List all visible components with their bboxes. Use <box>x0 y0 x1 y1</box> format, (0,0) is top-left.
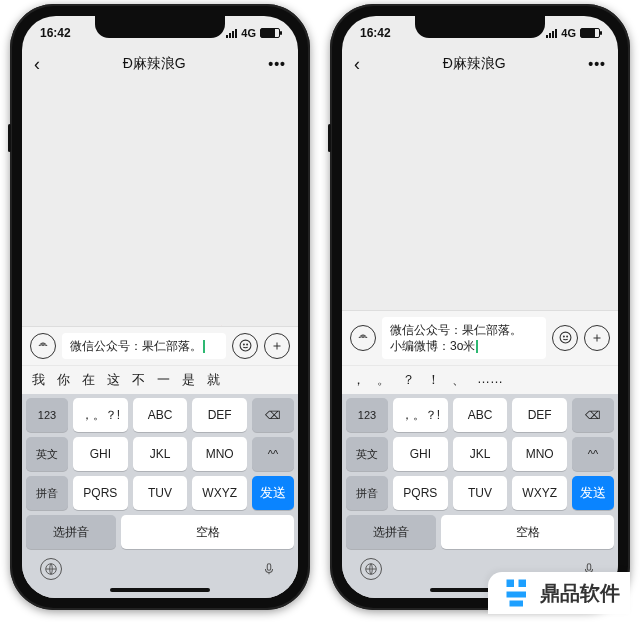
candidate[interactable]: …… <box>477 371 503 389</box>
key-def[interactable]: DEF <box>512 398 567 432</box>
notch <box>415 16 545 38</box>
key-space[interactable]: 空格 <box>121 515 294 549</box>
back-button[interactable]: ‹ <box>34 54 40 75</box>
nav-bar: ‹ Ð麻辣浪G ••• <box>342 46 618 82</box>
key-ghi[interactable]: GHI <box>393 437 448 471</box>
key-wxyz[interactable]: WXYZ <box>512 476 567 510</box>
voice-icon[interactable] <box>30 333 56 359</box>
svg-rect-18 <box>507 592 527 598</box>
key-123[interactable]: 123 <box>346 398 388 432</box>
candidate[interactable]: ？ <box>402 371 415 389</box>
more-button[interactable]: ••• <box>268 56 286 72</box>
backspace-icon[interactable]: ⌫ <box>252 398 294 432</box>
key-pqrs[interactable]: PQRS <box>393 476 448 510</box>
candidate[interactable]: 在 <box>82 371 95 389</box>
phone-left: 16:42 4G ‹ Ð麻辣浪G ••• <box>10 4 310 610</box>
key-ghi[interactable]: GHI <box>73 437 128 471</box>
key-wxyz[interactable]: WXYZ <box>192 476 247 510</box>
input-text-line1: 微信公众号：果仁部落。 <box>390 322 538 338</box>
plus-icon[interactable] <box>264 333 290 359</box>
key-tuv[interactable]: TUV <box>133 476 188 510</box>
back-button[interactable]: ‹ <box>354 54 360 75</box>
message-input[interactable]: 微信公众号：果仁部落。 <box>62 333 226 359</box>
key-face[interactable]: ^^ <box>572 437 614 471</box>
svg-point-2 <box>243 344 244 345</box>
emoji-icon[interactable] <box>552 325 578 351</box>
key-jkl[interactable]: JKL <box>453 437 508 471</box>
watermark: 鼎品软件 <box>488 572 630 614</box>
signal-icon <box>226 29 237 38</box>
candidate[interactable]: 一 <box>157 371 170 389</box>
candidate[interactable]: ！ <box>427 371 440 389</box>
compose-bar: 微信公众号：果仁部落。 <box>22 326 298 365</box>
key-eng[interactable]: 英文 <box>26 437 68 471</box>
candidate[interactable]: 、 <box>452 371 465 389</box>
candidate[interactable]: 这 <box>107 371 120 389</box>
key-space[interactable]: 空格 <box>441 515 614 549</box>
status-time: 16:42 <box>360 26 391 40</box>
svg-rect-16 <box>507 580 515 588</box>
signal-icon <box>546 29 557 38</box>
key-eng[interactable]: 英文 <box>346 437 388 471</box>
more-button[interactable]: ••• <box>588 56 606 72</box>
key-abc[interactable]: ABC <box>133 398 188 432</box>
candidate[interactable]: 你 <box>57 371 70 389</box>
key-select-pinyin[interactable]: 选拼音 <box>26 515 116 549</box>
emoji-icon[interactable] <box>232 333 258 359</box>
status-net: 4G <box>561 27 576 39</box>
key-mno[interactable]: MNO <box>512 437 567 471</box>
key-pqrs[interactable]: PQRS <box>73 476 128 510</box>
key-face[interactable]: ^^ <box>252 437 294 471</box>
globe-icon[interactable] <box>360 558 382 580</box>
candidate[interactable]: ， <box>352 371 365 389</box>
svg-rect-17 <box>519 580 527 588</box>
svg-rect-15 <box>587 564 591 570</box>
svg-point-10 <box>563 336 564 337</box>
home-indicator[interactable] <box>22 582 298 598</box>
voice-icon[interactable] <box>350 325 376 351</box>
chat-title: Ð麻辣浪G <box>443 55 506 73</box>
notch <box>95 16 225 38</box>
key-mno[interactable]: MNO <box>192 437 247 471</box>
svg-point-9 <box>560 332 571 343</box>
plus-icon[interactable] <box>584 325 610 351</box>
svg-point-11 <box>566 336 567 337</box>
brand-text: 鼎品软件 <box>540 580 620 607</box>
key-punct[interactable]: ，。？! <box>73 398 128 432</box>
candidate-bar[interactable]: ， 。 ？ ！ 、 …… <box>342 365 618 394</box>
battery-icon <box>580 28 600 38</box>
keyboard: 123 ，。？! ABC DEF ⌫ 英文 GHI JKL MNO ^^ 拼音 … <box>342 394 618 582</box>
candidate[interactable]: 是 <box>182 371 195 389</box>
send-button[interactable]: 发送 <box>252 476 294 510</box>
candidate[interactable]: 。 <box>377 371 390 389</box>
candidate[interactable]: 不 <box>132 371 145 389</box>
message-input[interactable]: 微信公众号：果仁部落。 小编微博：3o米 <box>382 317 546 359</box>
key-tuv[interactable]: TUV <box>453 476 508 510</box>
key-abc[interactable]: ABC <box>453 398 508 432</box>
key-punct[interactable]: ，。？! <box>393 398 448 432</box>
input-text: 微信公众号：果仁部落。 <box>70 339 202 353</box>
key-def[interactable]: DEF <box>192 398 247 432</box>
compose-bar: 微信公众号：果仁部落。 小编微博：3o米 <box>342 310 618 365</box>
battery-icon <box>260 28 280 38</box>
backspace-icon[interactable]: ⌫ <box>572 398 614 432</box>
candidate[interactable]: 我 <box>32 371 45 389</box>
phone-right: 16:42 4G ‹ Ð麻辣浪G ••• <box>330 4 630 610</box>
svg-rect-19 <box>510 601 524 607</box>
chat-area[interactable] <box>342 82 618 310</box>
candidate-bar[interactable]: 我 你 在 这 不 一 是 就 <box>22 365 298 394</box>
chat-area[interactable] <box>22 82 298 326</box>
globe-icon[interactable] <box>40 558 62 580</box>
key-123[interactable]: 123 <box>26 398 68 432</box>
candidate[interactable]: 就 <box>207 371 220 389</box>
key-jkl[interactable]: JKL <box>133 437 188 471</box>
svg-point-3 <box>246 344 247 345</box>
key-select-pinyin[interactable]: 选拼音 <box>346 515 436 549</box>
status-time: 16:42 <box>40 26 71 40</box>
send-button[interactable]: 发送 <box>572 476 614 510</box>
key-pinyin[interactable]: 拼音 <box>26 476 68 510</box>
mic-icon[interactable] <box>258 558 280 580</box>
key-pinyin[interactable]: 拼音 <box>346 476 388 510</box>
input-text-line2: 小编微博：3o米 <box>390 339 475 353</box>
keyboard: 123 ，。？! ABC DEF ⌫ 英文 GHI JKL MNO ^^ 拼音 … <box>22 394 298 582</box>
